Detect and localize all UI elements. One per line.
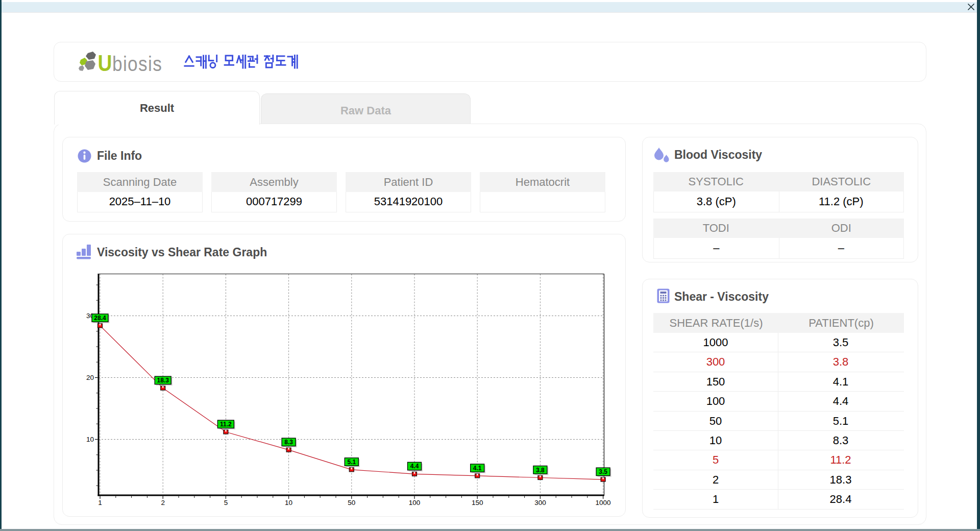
svg-text:300: 300 <box>534 499 546 506</box>
svg-text:1: 1 <box>98 499 102 506</box>
svg-text:5: 5 <box>224 499 228 506</box>
svg-text:10: 10 <box>285 499 292 506</box>
svg-text:150: 150 <box>472 499 483 506</box>
svg-text:28.4: 28.4 <box>94 315 106 322</box>
svg-text:U: U <box>98 50 112 74</box>
svg-text:18.3: 18.3 <box>157 377 169 384</box>
svg-text:10: 10 <box>86 436 94 443</box>
svg-text:20: 20 <box>86 374 94 381</box>
svg-text:1000: 1000 <box>596 499 611 506</box>
svg-text:100: 100 <box>409 499 421 506</box>
svg-text:8.3: 8.3 <box>284 439 293 446</box>
svg-text:11.2: 11.2 <box>220 421 232 428</box>
svg-text:biosis: biosis <box>112 52 162 74</box>
svg-text:3.5: 3.5 <box>599 468 607 475</box>
svg-text:4.1: 4.1 <box>473 465 482 472</box>
svg-text:4.4: 4.4 <box>410 463 419 470</box>
svg-text:50: 50 <box>348 499 355 506</box>
svg-text:2: 2 <box>161 499 165 506</box>
svg-text:5.1: 5.1 <box>347 458 356 466</box>
svg-text:3.8: 3.8 <box>536 467 545 474</box>
